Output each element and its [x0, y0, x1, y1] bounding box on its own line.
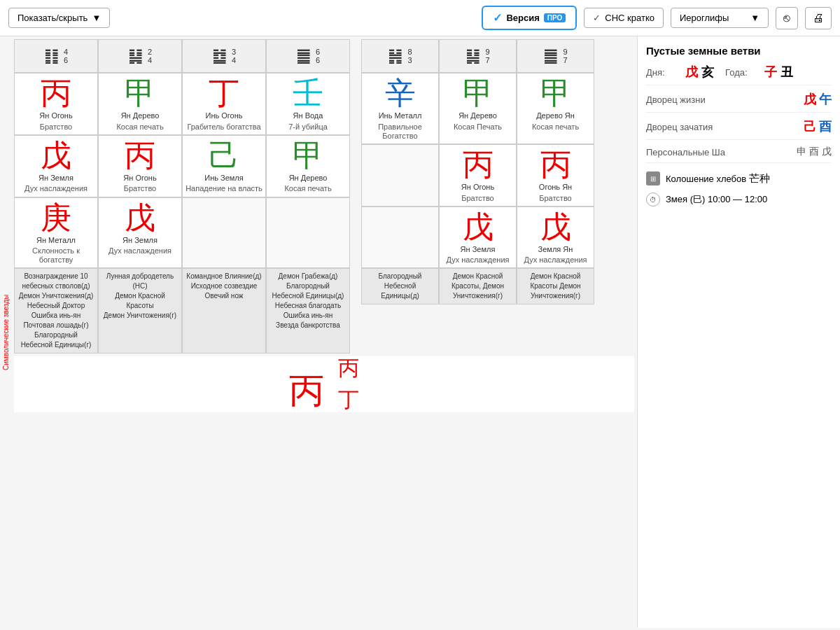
- pillar-cell-r3-2[interactable]: 戊 Земля Ян Дух наслаждения: [517, 206, 594, 269]
- event-row: ⊞ Колошение хлебов 芒种: [646, 172, 832, 186]
- year-label: Года:: [725, 67, 760, 78]
- hieroglyph-r1-1: 甲: [463, 76, 493, 110]
- show-hide-button[interactable]: Показать/скрыть ▼: [8, 8, 110, 28]
- show-hide-label: Показать/скрыть: [18, 13, 88, 23]
- pillar-cell-l2-1[interactable]: 丙 Ян Огонь Братство: [98, 135, 182, 197]
- star-cell-r-0: Благородный Небесной Единицы(д): [361, 268, 439, 304]
- pillar-cell-l2-0[interactable]: 戊 Ян Земля Дух наслаждения: [14, 135, 98, 197]
- pillar-cell-l3-0[interactable]: 庚 Ян Металл Склонность к богатству: [14, 197, 98, 269]
- hex-symbol-3: ䷀: [296, 48, 312, 64]
- time-text: Змея (巳) 10:00 — 12:00: [666, 193, 767, 206]
- element-r2-1: Ян Огонь: [461, 183, 494, 192]
- element-r2-2: Огонь Ян: [539, 183, 572, 192]
- star-cell-l-1: Лунная добродетель (НС)Демон Красной Кра…: [98, 268, 182, 354]
- day-char-2: 亥: [701, 65, 714, 79]
- sha-val-3: 戊: [822, 146, 832, 158]
- pillar-cell-r2-0: [361, 144, 439, 206]
- pillar-cell-l2-3[interactable]: 甲 Ян Дерево Косая печать: [266, 135, 350, 197]
- palace-life-label: Дворец жизни: [646, 94, 798, 105]
- pillar-cell-l1-2[interactable]: 丁 Инь Огонь Грабитель богатства: [182, 73, 266, 135]
- pillar-cell-r2-1[interactable]: 丙 Ян Огонь Братство: [439, 144, 517, 206]
- hex-cell-0: ䷁ 4 6: [14, 39, 98, 73]
- year-chars: 子 丑: [764, 64, 793, 80]
- version-button[interactable]: ✓ Версия ПРО: [482, 6, 577, 30]
- sha-values: 申 酉 戊: [797, 146, 832, 158]
- pillar-cell-l3-1[interactable]: 戊 Ян Земля Дух наслаждения: [98, 197, 182, 269]
- palace-life-row: Дворец жизни 戊 午: [646, 91, 832, 113]
- print-icon: 🖨: [813, 12, 824, 24]
- right-tier1: 辛 Инь Металл Правильное Богатство 甲 Ян Д…: [361, 73, 596, 144]
- share-button[interactable]: ⎋: [776, 7, 798, 29]
- hex-symbol-r1: ䷭: [465, 48, 481, 64]
- hieroglyph-r3-2: 戊: [540, 210, 571, 244]
- role-r2-2: Братство: [539, 194, 572, 203]
- chart-area: ䷁ 4 6 ䷭ 2 4 ䷻: [11, 36, 637, 628]
- element-l3-1: Ян Земля: [122, 236, 158, 245]
- pillar-cell-l1-1[interactable]: 甲 Ян Дерево Косая печать: [98, 73, 182, 135]
- pillar-cell-r1-1[interactable]: 甲 Ян Дерево Косая Печать: [439, 73, 517, 144]
- element-l1-0: Ян Огонь: [39, 111, 72, 120]
- sha-row: Персональные Ша 申 酉 戊: [646, 146, 832, 163]
- pillar-cell-r1-0[interactable]: 辛 Инь Металл Правильное Богатство: [361, 73, 439, 144]
- star-cell-r-2: Демон Красной Красоты Демон Уничтожения(…: [517, 268, 594, 304]
- event-cjk: 芒种: [749, 172, 770, 184]
- pillar-cell-l3-2: [182, 197, 266, 269]
- day-chars: 戊 亥: [685, 64, 714, 80]
- hex-numbers-r2: 9 7: [563, 48, 567, 64]
- hieroglyph-l2-0: 戊: [41, 139, 71, 172]
- palace-life-val1: 戊: [804, 91, 816, 108]
- pillar-cell-l1-0[interactable]: 丙 Ян Огонь Братство: [14, 73, 98, 135]
- element-l3-0: Ян Металл: [36, 236, 76, 245]
- bottom-chart: 丙 丙 丁: [14, 356, 634, 412]
- pillar-cell-r3-1[interactable]: 戊 Ян Земля Дух наслаждения: [439, 206, 517, 269]
- hex-symbol-0: ䷁: [44, 48, 59, 64]
- cns-button[interactable]: ✓ СНС кратко: [584, 8, 664, 28]
- hex-numbers-r1: 9 7: [485, 48, 489, 64]
- bottom-row: 丙 丙 丁: [289, 354, 359, 414]
- palace-conception-val2: 酉: [819, 118, 832, 135]
- pillar-cell-r1-2[interactable]: 甲 Дерево Ян Косая печать: [517, 73, 594, 144]
- role-r1-1: Косая Печать: [454, 122, 502, 132]
- hex-cell-r2: ䷀ 9 7: [517, 39, 594, 73]
- hex-numbers-0: 4 6: [64, 48, 68, 64]
- pillar-cell-l3-3: [266, 197, 350, 269]
- role-l2-1: Братство: [124, 184, 157, 193]
- right-panel: Пустые земные ветви Дня: 戊 亥 Года: 子 丑 Д…: [637, 36, 840, 628]
- hieroglyph-l3-0: 庚: [41, 201, 71, 234]
- columns-container: ䷁ 4 6 ䷭ 2 4 ䷻: [14, 39, 634, 354]
- print-button[interactable]: 🖨: [805, 7, 832, 29]
- palace-conception-val1: 己: [804, 118, 816, 135]
- day-label: Дня:: [646, 67, 681, 78]
- left-columns: ䷁ 4 6 ䷭ 2 4 ䷻: [14, 39, 357, 354]
- element-r1-0: Инь Металл: [379, 111, 422, 120]
- pillar-cell-l2-2[interactable]: 己 Инь Земля Нападение на власть: [182, 135, 266, 197]
- version-label: Версия: [506, 13, 539, 23]
- cns-label: СНС кратко: [605, 13, 654, 23]
- element-l2-1: Ян Огонь: [123, 174, 156, 183]
- element-l1-3: Ян Вода: [293, 111, 323, 120]
- hieroglyph-select[interactable]: Иероглифы ▼: [671, 8, 769, 28]
- pillar-cell-l1-3[interactable]: 壬 Ян Вода 7-й убийца: [266, 73, 350, 135]
- bottom-hieroglyph-2: 丙: [338, 354, 359, 383]
- star-cell-l-0: Вознаграждение 10 небесных стволов(д)Дем…: [14, 268, 98, 354]
- palace-conception-label: Дворец зачатия: [646, 122, 798, 132]
- hex-symbol-1: ䷭: [128, 48, 144, 64]
- day-char-1: 戊: [685, 65, 698, 79]
- element-r3-2: Земля Ян: [538, 245, 573, 254]
- header: Показать/скрыть ▼ ✓ Версия ПРО ✓ СНС кра…: [0, 0, 840, 36]
- element-l2-2: Инь Земля: [204, 174, 243, 183]
- hex-numbers-r0: 8 3: [407, 48, 412, 64]
- chevron-down-icon: ▼: [750, 13, 760, 23]
- hieroglyph-l2-3: 甲: [293, 139, 323, 172]
- chevron-down-icon: ▼: [92, 13, 101, 23]
- role-r3-1: Дух наслаждения: [446, 255, 509, 265]
- role-r3-2: Дух наслаждения: [524, 255, 587, 265]
- right-columns: ䷽ 8 3 ䷭ 9 7 ䷀: [361, 39, 596, 354]
- pillar-cell-r2-2[interactable]: 丙 Огонь Ян Братство: [517, 144, 594, 206]
- event-text: Колошение хлебов 芒种: [666, 172, 770, 186]
- main-container: Символические звезды ䷁ 4 6 ䷭: [0, 36, 840, 628]
- star-cell-l-2: Командное Влияние(д)Исходное созвездиеОв…: [182, 268, 266, 354]
- role-r1-0: Правильное Богатство: [365, 122, 435, 141]
- hieroglyph-r3-1: 戊: [463, 210, 493, 244]
- hieroglyph-l2-1: 丙: [125, 139, 155, 172]
